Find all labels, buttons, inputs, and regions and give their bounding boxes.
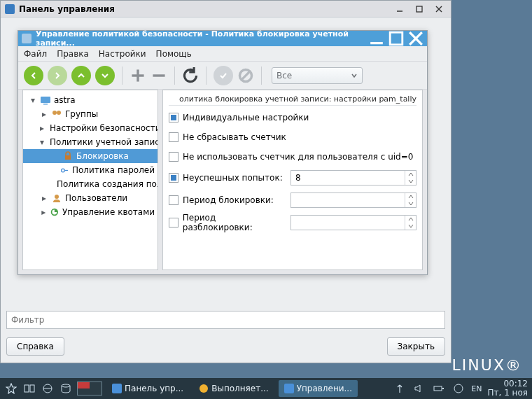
spin-unlock[interactable] <box>290 215 416 230</box>
help-button[interactable]: Справка <box>6 337 64 356</box>
tree-item-account-policies[interactable]: ▾Политики учетной записи <box>23 135 158 149</box>
spin-down-icon[interactable] <box>405 178 416 185</box>
files-icon[interactable] <box>22 382 36 396</box>
remove-icon[interactable] <box>150 67 167 84</box>
tree-item-password-policy[interactable]: Политика паролей <box>23 163 158 177</box>
lang-indicator[interactable]: EN <box>471 384 482 393</box>
tree-item-users[interactable]: ▸Пользователи <box>23 191 158 205</box>
spin-up-icon[interactable] <box>405 216 416 223</box>
spin-up-icon[interactable] <box>405 171 416 178</box>
close-button[interactable]: Закрыть <box>387 337 445 356</box>
lock-icon <box>62 151 74 161</box>
clock[interactable]: 00:12 Пт, 1 ноя <box>488 379 528 397</box>
tree-label: Управление квотами <box>62 207 155 217</box>
close-icon[interactable] <box>431 4 447 15</box>
apply-icon[interactable] <box>214 66 233 85</box>
minimize-icon[interactable] <box>369 31 384 46</box>
tree-item-quotas[interactable]: ▸Управление квотами <box>23 205 158 219</box>
spin-input[interactable] <box>291 216 405 230</box>
collapse-icon[interactable]: ▾ <box>40 137 44 147</box>
detail-heading: олитика блокировка учетной записи: настр… <box>169 94 416 106</box>
menu-file[interactable]: Файл <box>24 49 47 59</box>
start-icon[interactable] <box>4 382 18 396</box>
svg-point-31 <box>200 384 208 393</box>
maximize-icon[interactable] <box>412 4 427 15</box>
check-individual[interactable]: Индивидуальные настройки <box>169 110 416 125</box>
field-label: Неуспешных попыток: <box>183 173 283 183</box>
battery-icon[interactable] <box>432 382 446 396</box>
spin-down-icon[interactable] <box>405 223 416 230</box>
checkbox-icon[interactable] <box>169 195 178 205</box>
nav-forward-icon[interactable] <box>48 66 67 85</box>
menu-edit[interactable]: Правка <box>57 49 89 59</box>
tree-item-groups[interactable]: ▸Группы <box>23 107 158 121</box>
task-running[interactable]: Выполняет... <box>193 380 274 397</box>
person-icon <box>51 193 62 203</box>
spin-up-icon[interactable] <box>405 193 416 200</box>
filter-combo[interactable]: Все <box>272 67 363 84</box>
task-management[interactable]: Управлени... <box>279 380 358 397</box>
linux-watermark: LINUX® <box>452 356 522 374</box>
maximize-icon[interactable] <box>388 31 404 46</box>
task-control-panel[interactable]: Панель упр... <box>106 380 189 397</box>
menu-help[interactable]: Помощь <box>156 49 192 59</box>
usb-icon[interactable] <box>393 382 407 396</box>
checkbox-icon[interactable] <box>169 218 178 227</box>
taskbar[interactable]: Панель упр... Выполняет... Управлени... … <box>0 378 532 399</box>
spin-attempts[interactable] <box>290 170 416 186</box>
inner-titlebar[interactable]: Управление политикой безопасности - Поли… <box>18 31 427 46</box>
toolbar: Все <box>18 62 427 90</box>
expand-icon[interactable]: ▸ <box>40 207 47 217</box>
spin-lock[interactable] <box>290 192 416 208</box>
add-icon[interactable] <box>130 67 146 84</box>
quota-icon <box>50 207 59 217</box>
spin-input[interactable] <box>291 171 405 185</box>
refresh-icon[interactable] <box>182 67 199 84</box>
outer-title: Панель управления <box>19 4 388 14</box>
workspace-pager[interactable] <box>77 382 102 396</box>
outer-bottom-bar: Справка Закрыть <box>1 305 451 363</box>
nav-back-icon[interactable] <box>24 66 43 85</box>
tree-pane[interactable]: ▾ astra ▸Группы ▸Настройки безопасности … <box>22 90 158 270</box>
network-icon[interactable] <box>451 382 465 396</box>
nav-down-icon[interactable] <box>95 66 115 85</box>
checkbox-icon[interactable] <box>169 113 178 122</box>
tree-root[interactable]: ▾ astra <box>23 93 158 107</box>
expand-icon[interactable]: ▸ <box>40 193 48 203</box>
app-icon <box>5 4 15 14</box>
detail-pane: олитика блокировка учетной записи: настр… <box>162 90 423 270</box>
browser-icon[interactable] <box>41 382 55 396</box>
checkbox-icon[interactable] <box>169 152 178 162</box>
svg-point-29 <box>62 384 70 387</box>
volume-icon[interactable] <box>412 382 426 396</box>
expand-icon[interactable]: ▸ <box>40 109 48 119</box>
filter-input[interactable] <box>6 311 445 329</box>
spin-down-icon[interactable] <box>405 200 416 207</box>
tree-item-creation-policy[interactable]: Политика создания пол... <box>23 177 158 191</box>
close-icon[interactable] <box>408 31 424 46</box>
tree-item-lock[interactable]: Блокировка <box>23 149 158 163</box>
expand-icon[interactable]: ▸ <box>40 123 44 133</box>
tree-item-security[interactable]: ▸Настройки безопасности <box>23 121 158 135</box>
cancel-icon[interactable] <box>237 67 254 84</box>
svg-rect-34 <box>434 386 442 391</box>
svg-rect-35 <box>442 388 444 389</box>
menubar: Файл Правка Настройки Помощь <box>18 46 427 62</box>
check-no-reset[interactable]: Не сбрасывать счетчик <box>169 130 416 145</box>
checkbox-icon[interactable] <box>169 132 178 142</box>
disk-icon[interactable] <box>59 382 73 396</box>
tree-label: Настройки безопасности <box>50 123 158 133</box>
svg-rect-30 <box>112 384 122 393</box>
checkbox-icon[interactable] <box>169 173 178 183</box>
tree-label: Группы <box>65 109 98 119</box>
menu-settings[interactable]: Настройки <box>99 49 146 59</box>
check-uid0[interactable]: Не использовать счетчик для пользователя… <box>169 149 416 164</box>
minimize-icon[interactable] <box>392 4 407 15</box>
spin-input[interactable] <box>291 193 405 207</box>
nav-up-icon[interactable] <box>71 66 91 85</box>
collapse-icon[interactable]: ▾ <box>29 95 37 105</box>
svg-point-16 <box>57 111 61 115</box>
svg-line-12 <box>241 71 251 80</box>
outer-titlebar[interactable]: Панель управления <box>1 1 451 18</box>
task-label: Выполняет... <box>211 384 268 393</box>
